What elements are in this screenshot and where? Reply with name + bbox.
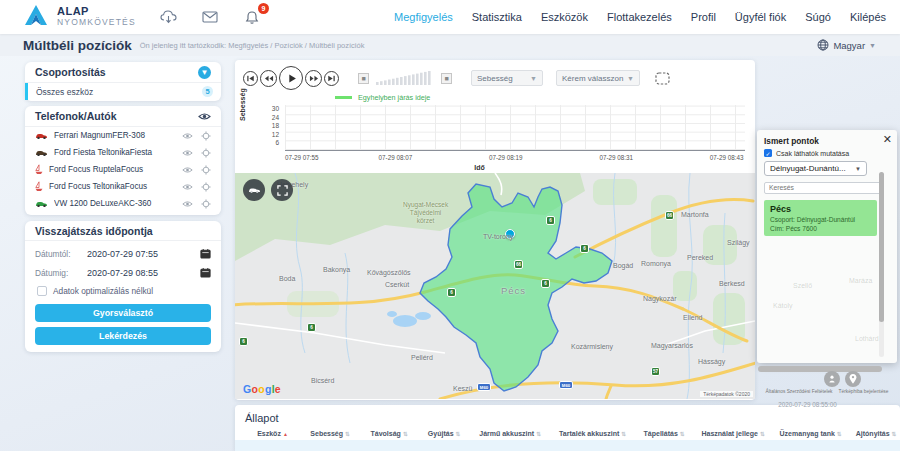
device-locate-crosshair-icon[interactable] [201,182,211,192]
date-from-label: Dátumtól: [35,249,82,259]
map-location-button[interactable] [845,371,861,387]
road-shield: 6 [546,216,555,225]
date-to-input[interactable]: 2020-07-29 08:55 [87,268,195,278]
toggle-all-visibility-eye-icon[interactable] [198,112,211,121]
map-city-label-pecs: Pécs [501,285,526,296]
map-town-label: Szilágy [727,239,750,246]
status-column-header[interactable]: Távolság ⇅ [360,430,418,437]
status-column-header[interactable]: Használat jellege ⇅ [693,430,773,437]
speed-decrease-button[interactable]: ■ [358,73,369,84]
known-point-address: Cím: Pécs 7600 [770,225,871,232]
chevron-down-icon: ▼ [855,166,861,172]
device-visibility-eye-icon[interactable] [182,149,193,157]
device-visibility-eye-icon[interactable] [182,132,193,140]
nav-profil[interactable]: Profil [691,11,716,23]
status-column-header[interactable]: Ajtónyitás ⇅ [848,430,900,437]
chart-xtick: 07-29 08:19 [489,154,523,161]
area-select-icon[interactable] [655,72,670,85]
fast-forward-button[interactable] [305,70,322,87]
fullscreen-map-button[interactable] [271,179,293,201]
all-devices-group[interactable]: Összes eszköz 5 [25,83,221,100]
nav-kilepes[interactable]: Kilépés [850,11,886,23]
device-locate-crosshair-icon[interactable] [201,165,211,175]
speed-increase-button[interactable]: ■ [441,73,452,84]
map-town-label: Magyarsarlós [651,342,693,349]
logo-line2: NYOMKÖVETÉS [57,17,136,27]
terms-link[interactable]: Általános Szerződési Feltételek [766,389,833,394]
device-row[interactable]: Ford Focus RuptelaFocus [25,161,221,178]
status-column-header[interactable]: Eszköz ▲ [245,430,300,437]
playback-controls: ■ ■ Sebesség▼ Kérem válasszon▼ [235,60,755,90]
notifications-bell-icon[interactable]: 9 [242,8,262,26]
report-map-error-link[interactable]: Térképhiba bejelentése [839,389,889,394]
date-from-input[interactable]: 2020-07-29 07:55 [87,249,195,259]
quick-select-button[interactable]: Gyorsválasztó [35,304,211,322]
status-column-header[interactable]: Gyújtás ⇅ [418,430,470,437]
date-to-label: Dátumig: [35,268,82,278]
nav-eszkozok[interactable]: Eszközök [541,11,588,23]
known-points-title: Ismert pontok [764,136,897,146]
street-view-button[interactable] [824,371,840,387]
faint-map-label: Maráza [849,277,872,284]
faint-map-label: Kátoly [773,302,792,309]
status-column-header[interactable]: Tartalék akkuszint ⇅ [550,430,635,437]
speed-ramp-slider[interactable] [376,71,434,86]
language-label: Magyar [833,40,865,51]
nav-sugo[interactable]: Súgó [805,11,831,23]
skip-to-end-button[interactable] [324,71,339,86]
map-town-label: Bogád [613,262,633,269]
device-row[interactable]: Ford Focus TeltonikaFocus [25,178,221,195]
status-column-header[interactable]: Jármű akkuszint ⇅ [470,430,550,437]
optimize-checkbox[interactable] [37,286,47,296]
device-locate-crosshair-icon[interactable] [201,131,211,141]
device-row[interactable]: Ford Fiesta TeltonikaFiesta [25,144,221,161]
map-town-label: Pereked [687,254,713,261]
device-select[interactable]: Kérem válasszon▼ [556,70,640,86]
chart-ytick: 12 [272,130,279,137]
calendar-icon[interactable] [200,267,211,278]
play-button[interactable] [279,66,303,90]
device-locate-crosshair-icon[interactable] [201,199,211,209]
horizontal-scrollbar[interactable] [758,366,882,372]
visible-only-checkbox[interactable]: ✓ [764,149,772,157]
grouping-collapse-button[interactable]: ▼ [198,66,211,79]
status-column-header[interactable]: Sebesség ⇅ [300,430,360,437]
mail-icon[interactable] [200,8,220,26]
query-button[interactable]: Lekérdezés [35,327,211,345]
vertical-scrollbar[interactable] [879,172,884,357]
device-visibility-eye-icon[interactable] [182,200,193,208]
chart-xlabel: Idő [474,164,485,171]
region-select[interactable]: Délnyugat-Dunántú... ▼ [764,161,867,176]
language-select[interactable]: Magyar ▼ [817,39,876,51]
vehicle-tracking-map-button[interactable] [243,179,265,201]
nav-megfigyeles[interactable]: Megfigyelés [394,11,453,23]
map-town-label: Cserkút [385,281,409,288]
nav-ugyfel-fiok[interactable]: Ügyfél fiók [735,11,786,23]
calendar-icon[interactable] [200,248,211,259]
map-town-label: Kővágószőlős [367,269,411,276]
rewind-button[interactable] [260,70,277,87]
status-column-header[interactable]: Tápellátás ⇅ [635,430,693,437]
device-visibility-eye-icon[interactable] [182,183,193,191]
device-count-badge: 5 [202,86,213,97]
map[interactable]: Nyugat-Mecsek Tájvédelmi körzet Google T… [235,173,755,399]
map-town-label: TV-torony [483,233,513,240]
road-shield: M60 [477,383,491,391]
devices-card: Telefonok/Autók Ferrari MagnumFER-308For… [25,106,221,215]
map-town-label: Bakonya [323,266,350,273]
device-row[interactable]: Ferrari MagnumFER-308 [25,127,221,144]
status-column-header[interactable]: Üzemanyag tank ⇅ [773,430,848,437]
cloud-download-icon[interactable] [158,8,178,26]
device-locate-crosshair-icon[interactable] [201,148,211,158]
device-visibility-eye-icon[interactable] [182,166,193,174]
nav-flottakezeles[interactable]: Flottakezelés [607,11,672,23]
device-row[interactable]: VW 1200 DeLuxeAKC-360 [25,195,221,212]
close-icon[interactable]: ✕ [883,133,892,146]
speed-select[interactable]: Sebesség▼ [471,70,543,86]
device-list: Ferrari MagnumFER-308Ford Fiesta Teltoni… [25,127,221,212]
known-point-item-pecs[interactable]: Pécs Csoport: Délnyugat-Dunántúl Cím: Pé… [764,200,877,236]
known-points-search-input[interactable] [764,182,882,194]
skip-to-start-button[interactable] [243,71,258,86]
nav-statisztika[interactable]: Statisztika [472,11,522,23]
chart-xtick: 07-29 08:31 [599,154,633,161]
